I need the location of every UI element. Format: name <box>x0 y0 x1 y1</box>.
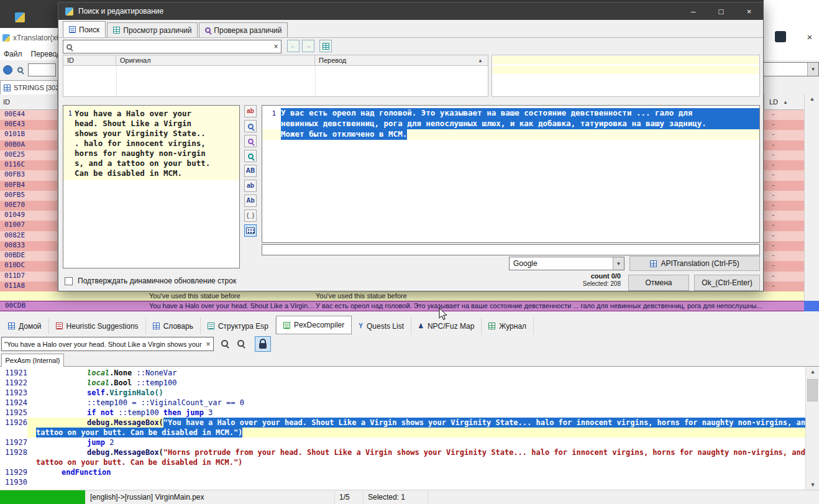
cancel-button[interactable]: Отмена <box>628 275 689 291</box>
ld-cell[interactable]: - <box>764 251 804 261</box>
ld-cell[interactable]: - <box>764 261 804 271</box>
uppercase-button[interactable]: AB <box>244 165 257 177</box>
code-line[interactable]: tattoo on your butt. Can be disabled in … <box>0 428 805 438</box>
lock-button[interactable] <box>255 336 271 352</box>
table-row[interactable]: 0101B <box>0 130 57 140</box>
insert-original-button[interactable]: ← <box>287 40 300 52</box>
ld-cell[interactable]: - <box>764 110 804 120</box>
table-row[interactable]: 00833 <box>0 241 57 251</box>
code-line[interactable]: 11927jump 2 <box>0 438 805 447</box>
tab-journal[interactable]: Журнал <box>482 318 534 334</box>
close-button[interactable]: × <box>735 2 763 20</box>
ld-cell[interactable]: - <box>764 150 804 160</box>
ld-cell[interactable]: - <box>764 201 804 211</box>
editor-line[interactable]: невинных девственниц, рога для непослушн… <box>262 119 759 129</box>
column-header-id[interactable]: ID <box>0 94 58 110</box>
match-case-button[interactable]: ab <box>244 105 257 117</box>
ld-cell[interactable]: - <box>764 130 804 140</box>
tab-pexasm[interactable]: PexAsm (Internal) <box>1 354 64 367</box>
table-row[interactable]: 00E25 <box>0 150 57 160</box>
globe-icon[interactable] <box>3 65 12 75</box>
grid-header-original[interactable]: Оригинал <box>116 55 315 65</box>
table-row-duplicate[interactable]: You've used this statue before You've us… <box>0 291 804 301</box>
scroll-up-icon[interactable]: ▲ <box>805 96 819 102</box>
menu-file[interactable]: Файл <box>4 50 22 58</box>
table-row[interactable]: 011D7 <box>0 272 57 282</box>
ld-cell[interactable]: - <box>764 191 804 201</box>
tab-home[interactable]: Домой <box>1 318 49 334</box>
scrollbar-thumb[interactable] <box>807 379 818 401</box>
tab-view-differences[interactable]: Просмотр различий <box>107 22 198 37</box>
table-row[interactable]: 00B0A <box>0 140 57 150</box>
clear-icon[interactable]: × <box>271 42 281 51</box>
results-grid[interactable] <box>63 66 488 97</box>
brackets-button[interactable]: (_) <box>244 209 257 222</box>
code-line[interactable]: 11922local.Bool ::temp100 <box>0 378 805 388</box>
dialog-titlebar[interactable]: Поиск и редактирование – □ × <box>58 2 763 20</box>
tab-strings[interactable]: STRINGS [302/4 <box>0 80 58 94</box>
ld-cell[interactable]: - <box>764 160 804 170</box>
dropdown-arrow-icon[interactable]: ▼ <box>807 63 818 76</box>
code-scrollbar[interactable]: ▲ ▼ <box>805 367 819 490</box>
search-replace-button[interactable] <box>244 135 257 147</box>
table-scrollbar[interactable]: ▲ <box>804 94 819 311</box>
tab-heuristic-suggestions[interactable]: Heuristic Suggestions <box>49 318 146 334</box>
tab-search[interactable]: Поиск <box>63 21 106 37</box>
editor-line[interactable]: 1У вас есть ореол над головой. Это указы… <box>262 108 759 119</box>
editor-line[interactable]: Может быть отключено в MCM. <box>262 129 759 140</box>
dynamic-update-checkbox[interactable] <box>65 277 73 285</box>
grid-header-translation[interactable]: Перевод <box>315 55 488 65</box>
language-combobox[interactable]: ▼ <box>764 62 819 76</box>
translation-editor[interactable]: 1У вас есть ореол над головой. Это указы… <box>262 105 760 243</box>
capitalize-button[interactable]: Ab <box>244 195 257 207</box>
dialog-search-input[interactable]: × <box>63 40 281 53</box>
column-header-ld[interactable]: LD ▲ <box>764 94 804 110</box>
table-row[interactable]: 0116C <box>0 160 57 170</box>
ld-cell[interactable]: - <box>764 170 804 180</box>
code-line[interactable]: tattoo on your butt. Can be disabled in … <box>0 457 805 467</box>
clear-icon[interactable]: × <box>203 340 213 349</box>
table-row[interactable]: 011A8 <box>0 282 57 291</box>
ld-cell[interactable]: - <box>764 241 804 251</box>
ld-cell[interactable]: - <box>764 231 804 241</box>
batch-apply-button[interactable] <box>319 40 332 52</box>
code-view[interactable]: 11921local.None ::NoneVar11922local.Bool… <box>0 367 819 490</box>
ok-button[interactable]: Ok_(Ctrl-Enter) <box>694 275 760 291</box>
table-row[interactable]: 00FB5 <box>0 191 57 201</box>
tab-dictionary[interactable]: Словарь <box>146 318 201 334</box>
code-line[interactable]: 11928debug.MessageBox("Horns protrude fr… <box>0 447 805 457</box>
copy-translation-button[interactable]: → <box>302 40 314 52</box>
maximize-button[interactable]: □ <box>707 2 735 20</box>
find-previous-icon[interactable] <box>221 340 228 347</box>
sort-ascending-icon[interactable]: ▲ <box>478 58 483 63</box>
code-line[interactable]: 11930 <box>0 477 805 487</box>
scroll-down-icon[interactable]: ▼ <box>806 482 819 488</box>
table-row[interactable]: 01007 <box>0 221 57 231</box>
close-button[interactable]: × <box>803 30 817 44</box>
table-row[interactable]: 00E70 <box>0 201 57 211</box>
code-line[interactable]: 11925if not ::temp100 then jump 3 <box>0 408 805 418</box>
search-selection-button[interactable] <box>244 150 257 162</box>
ld-cell[interactable]: - <box>764 272 804 282</box>
dropdown-arrow-icon[interactable]: ▼ <box>613 257 624 270</box>
code-line[interactable]: 11924::temp100 = ::ViginalCount_var == 0 <box>0 398 805 408</box>
ld-cell[interactable]: - <box>764 120 804 130</box>
table-row[interactable]: 00E43 <box>0 120 57 130</box>
lowercase-button[interactable]: ab <box>244 180 257 192</box>
grid-header-id[interactable]: ID <box>63 55 116 65</box>
tab-check-differences[interactable]: Проверка различий <box>199 22 288 37</box>
ld-cell[interactable]: - <box>764 181 804 191</box>
table-row-selected[interactable]: 00CDB You have a Halo over your head. Sh… <box>0 301 804 311</box>
table-row[interactable]: 00FB4 <box>0 181 57 191</box>
code-line[interactable]: 11921local.None ::NoneVar <box>0 368 805 378</box>
toolbar-search-input[interactable] <box>28 63 56 76</box>
search-button[interactable] <box>244 120 257 132</box>
table-row[interactable]: 00E44 <box>0 110 57 120</box>
results-grid-header[interactable]: ID Оригинал Перевод ▲ <box>63 55 488 66</box>
code-line[interactable]: 11926debug.MessageBox("You have a Halo o… <box>0 418 805 428</box>
keyboard-button[interactable] <box>244 224 257 237</box>
window-button-icon[interactable] <box>775 31 786 42</box>
code-line[interactable]: 11929endFunction <box>0 467 805 477</box>
table-row[interactable]: 01049 <box>0 211 57 221</box>
ld-cell[interactable]: - <box>764 282 804 291</box>
